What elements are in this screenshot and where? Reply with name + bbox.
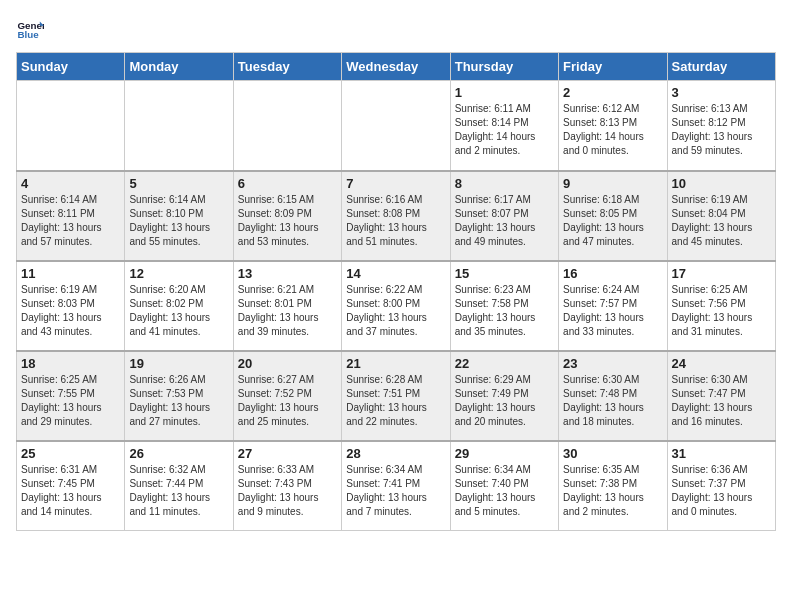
day-info: Sunrise: 6:15 AM Sunset: 8:09 PM Dayligh… [238,193,337,249]
calendar-day-cell: 29Sunrise: 6:34 AM Sunset: 7:40 PM Dayli… [450,441,558,531]
calendar-day-cell [125,81,233,171]
day-number: 9 [563,176,662,191]
day-number: 16 [563,266,662,281]
day-info: Sunrise: 6:19 AM Sunset: 8:04 PM Dayligh… [672,193,771,249]
calendar-day-cell: 20Sunrise: 6:27 AM Sunset: 7:52 PM Dayli… [233,351,341,441]
logo: General Blue [16,16,44,44]
calendar-day-cell: 7Sunrise: 6:16 AM Sunset: 8:08 PM Daylig… [342,171,450,261]
day-info: Sunrise: 6:25 AM Sunset: 7:56 PM Dayligh… [672,283,771,339]
calendar-day-cell: 23Sunrise: 6:30 AM Sunset: 7:48 PM Dayli… [559,351,667,441]
day-of-week-header: Tuesday [233,53,341,81]
calendar-day-cell: 17Sunrise: 6:25 AM Sunset: 7:56 PM Dayli… [667,261,775,351]
day-number: 1 [455,85,554,100]
day-number: 31 [672,446,771,461]
day-number: 19 [129,356,228,371]
day-info: Sunrise: 6:19 AM Sunset: 8:03 PM Dayligh… [21,283,120,339]
day-info: Sunrise: 6:31 AM Sunset: 7:45 PM Dayligh… [21,463,120,519]
day-of-week-header: Monday [125,53,233,81]
calendar-day-cell: 19Sunrise: 6:26 AM Sunset: 7:53 PM Dayli… [125,351,233,441]
calendar-day-cell: 15Sunrise: 6:23 AM Sunset: 7:58 PM Dayli… [450,261,558,351]
day-info: Sunrise: 6:20 AM Sunset: 8:02 PM Dayligh… [129,283,228,339]
day-of-week-header: Friday [559,53,667,81]
calendar-day-cell: 13Sunrise: 6:21 AM Sunset: 8:01 PM Dayli… [233,261,341,351]
day-number: 12 [129,266,228,281]
logo-icon: General Blue [16,16,44,44]
calendar-day-cell: 27Sunrise: 6:33 AM Sunset: 7:43 PM Dayli… [233,441,341,531]
calendar-day-cell: 3Sunrise: 6:13 AM Sunset: 8:12 PM Daylig… [667,81,775,171]
day-info: Sunrise: 6:30 AM Sunset: 7:48 PM Dayligh… [563,373,662,429]
calendar-day-cell: 28Sunrise: 6:34 AM Sunset: 7:41 PM Dayli… [342,441,450,531]
day-number: 30 [563,446,662,461]
day-number: 3 [672,85,771,100]
day-number: 7 [346,176,445,191]
calendar-day-cell [233,81,341,171]
day-number: 2 [563,85,662,100]
calendar-header-row: SundayMondayTuesdayWednesdayThursdayFrid… [17,53,776,81]
day-number: 14 [346,266,445,281]
day-info: Sunrise: 6:14 AM Sunset: 8:11 PM Dayligh… [21,193,120,249]
day-info: Sunrise: 6:24 AM Sunset: 7:57 PM Dayligh… [563,283,662,339]
day-number: 28 [346,446,445,461]
day-info: Sunrise: 6:16 AM Sunset: 8:08 PM Dayligh… [346,193,445,249]
calendar-day-cell: 6Sunrise: 6:15 AM Sunset: 8:09 PM Daylig… [233,171,341,261]
day-info: Sunrise: 6:36 AM Sunset: 7:37 PM Dayligh… [672,463,771,519]
calendar-day-cell: 24Sunrise: 6:30 AM Sunset: 7:47 PM Dayli… [667,351,775,441]
day-info: Sunrise: 6:34 AM Sunset: 7:41 PM Dayligh… [346,463,445,519]
calendar-day-cell: 31Sunrise: 6:36 AM Sunset: 7:37 PM Dayli… [667,441,775,531]
day-info: Sunrise: 6:21 AM Sunset: 8:01 PM Dayligh… [238,283,337,339]
day-info: Sunrise: 6:26 AM Sunset: 7:53 PM Dayligh… [129,373,228,429]
calendar-week-row: 25Sunrise: 6:31 AM Sunset: 7:45 PM Dayli… [17,441,776,531]
day-info: Sunrise: 6:14 AM Sunset: 8:10 PM Dayligh… [129,193,228,249]
calendar-day-cell: 4Sunrise: 6:14 AM Sunset: 8:11 PM Daylig… [17,171,125,261]
day-number: 21 [346,356,445,371]
day-number: 8 [455,176,554,191]
calendar-day-cell: 2Sunrise: 6:12 AM Sunset: 8:13 PM Daylig… [559,81,667,171]
calendar-week-row: 11Sunrise: 6:19 AM Sunset: 8:03 PM Dayli… [17,261,776,351]
day-of-week-header: Wednesday [342,53,450,81]
calendar-day-cell: 26Sunrise: 6:32 AM Sunset: 7:44 PM Dayli… [125,441,233,531]
day-info: Sunrise: 6:29 AM Sunset: 7:49 PM Dayligh… [455,373,554,429]
day-number: 5 [129,176,228,191]
day-of-week-header: Sunday [17,53,125,81]
day-info: Sunrise: 6:30 AM Sunset: 7:47 PM Dayligh… [672,373,771,429]
day-number: 26 [129,446,228,461]
calendar-day-cell: 16Sunrise: 6:24 AM Sunset: 7:57 PM Dayli… [559,261,667,351]
day-number: 6 [238,176,337,191]
day-info: Sunrise: 6:22 AM Sunset: 8:00 PM Dayligh… [346,283,445,339]
day-number: 22 [455,356,554,371]
day-of-week-header: Saturday [667,53,775,81]
calendar-day-cell: 10Sunrise: 6:19 AM Sunset: 8:04 PM Dayli… [667,171,775,261]
calendar-day-cell: 1Sunrise: 6:11 AM Sunset: 8:14 PM Daylig… [450,81,558,171]
calendar-day-cell: 5Sunrise: 6:14 AM Sunset: 8:10 PM Daylig… [125,171,233,261]
day-info: Sunrise: 6:32 AM Sunset: 7:44 PM Dayligh… [129,463,228,519]
calendar-day-cell [342,81,450,171]
day-number: 10 [672,176,771,191]
day-number: 29 [455,446,554,461]
calendar-week-row: 1Sunrise: 6:11 AM Sunset: 8:14 PM Daylig… [17,81,776,171]
day-info: Sunrise: 6:34 AM Sunset: 7:40 PM Dayligh… [455,463,554,519]
calendar-day-cell: 25Sunrise: 6:31 AM Sunset: 7:45 PM Dayli… [17,441,125,531]
calendar-day-cell: 21Sunrise: 6:28 AM Sunset: 7:51 PM Dayli… [342,351,450,441]
calendar-day-cell: 8Sunrise: 6:17 AM Sunset: 8:07 PM Daylig… [450,171,558,261]
day-info: Sunrise: 6:18 AM Sunset: 8:05 PM Dayligh… [563,193,662,249]
day-number: 17 [672,266,771,281]
header: General Blue [16,16,776,44]
day-number: 13 [238,266,337,281]
calendar-week-row: 18Sunrise: 6:25 AM Sunset: 7:55 PM Dayli… [17,351,776,441]
day-info: Sunrise: 6:12 AM Sunset: 8:13 PM Dayligh… [563,102,662,158]
day-number: 24 [672,356,771,371]
calendar-day-cell: 18Sunrise: 6:25 AM Sunset: 7:55 PM Dayli… [17,351,125,441]
day-number: 11 [21,266,120,281]
day-number: 18 [21,356,120,371]
calendar-day-cell: 11Sunrise: 6:19 AM Sunset: 8:03 PM Dayli… [17,261,125,351]
day-number: 4 [21,176,120,191]
day-info: Sunrise: 6:23 AM Sunset: 7:58 PM Dayligh… [455,283,554,339]
calendar-week-row: 4Sunrise: 6:14 AM Sunset: 8:11 PM Daylig… [17,171,776,261]
day-info: Sunrise: 6:11 AM Sunset: 8:14 PM Dayligh… [455,102,554,158]
calendar-day-cell [17,81,125,171]
calendar-day-cell: 12Sunrise: 6:20 AM Sunset: 8:02 PM Dayli… [125,261,233,351]
day-info: Sunrise: 6:28 AM Sunset: 7:51 PM Dayligh… [346,373,445,429]
calendar-day-cell: 14Sunrise: 6:22 AM Sunset: 8:00 PM Dayli… [342,261,450,351]
day-number: 25 [21,446,120,461]
calendar-day-cell: 22Sunrise: 6:29 AM Sunset: 7:49 PM Dayli… [450,351,558,441]
